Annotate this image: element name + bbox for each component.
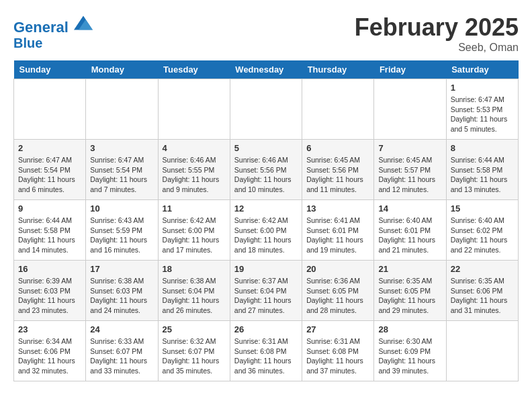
logo-blue: Blue <box>13 36 93 50</box>
cell-info: Sunrise: 6:42 AM Sunset: 6:00 PM Dayligh… <box>163 216 226 255</box>
cell-info: Sunrise: 6:40 AM Sunset: 6:01 PM Dayligh… <box>378 216 441 255</box>
location: Seeb, Oman <box>355 42 519 54</box>
cell-info: Sunrise: 6:45 AM Sunset: 5:57 PM Dayligh… <box>378 155 441 195</box>
calendar-week-0: 1Sunrise: 6:47 AM Sunset: 5:53 PM Daylig… <box>14 79 519 140</box>
cell-info: Sunrise: 6:46 AM Sunset: 5:55 PM Dayligh… <box>163 155 226 195</box>
calendar-cell: 3Sunrise: 6:47 AM Sunset: 5:54 PM Daylig… <box>86 140 158 200</box>
day-number: 4 <box>163 143 226 153</box>
calendar-cell: 1Sunrise: 6:47 AM Sunset: 5:53 PM Daylig… <box>446 79 518 140</box>
calendar-cell: 27Sunrise: 6:31 AM Sunset: 6:08 PM Dayli… <box>302 321 374 381</box>
logo-text: General <box>13 13 93 36</box>
logo: General Blue <box>13 13 93 50</box>
page-header: General Blue February 2025 Seeb, Oman <box>13 13 519 54</box>
day-number: 25 <box>163 324 226 334</box>
calendar-table: SundayMondayTuesdayWednesdayThursdayFrid… <box>13 60 519 381</box>
day-number: 23 <box>18 324 81 334</box>
day-number: 21 <box>378 264 441 274</box>
header-thursday: Thursday <box>302 60 374 79</box>
calendar-cell: 22Sunrise: 6:35 AM Sunset: 6:06 PM Dayli… <box>446 261 518 321</box>
calendar-cell <box>446 321 518 381</box>
calendar-cell: 21Sunrise: 6:35 AM Sunset: 6:05 PM Dayli… <box>374 261 446 321</box>
calendar-cell: 16Sunrise: 6:39 AM Sunset: 6:03 PM Dayli… <box>14 261 86 321</box>
logo-general: General <box>13 19 69 36</box>
calendar-cell: 25Sunrise: 6:32 AM Sunset: 6:07 PM Dayli… <box>158 321 230 381</box>
calendar-header-row: SundayMondayTuesdayWednesdayThursdayFrid… <box>14 60 519 79</box>
calendar-cell: 13Sunrise: 6:41 AM Sunset: 6:01 PM Dayli… <box>302 200 374 261</box>
cell-info: Sunrise: 6:46 AM Sunset: 5:56 PM Dayligh… <box>234 155 298 195</box>
calendar-week-3: 16Sunrise: 6:39 AM Sunset: 6:03 PM Dayli… <box>14 261 519 321</box>
cell-info: Sunrise: 6:35 AM Sunset: 6:06 PM Dayligh… <box>451 276 514 316</box>
calendar-cell: 26Sunrise: 6:31 AM Sunset: 6:08 PM Dayli… <box>230 321 302 381</box>
calendar-cell: 20Sunrise: 6:36 AM Sunset: 6:05 PM Dayli… <box>302 261 374 321</box>
calendar-cell <box>158 79 230 140</box>
day-number: 18 <box>163 264 226 274</box>
day-number: 5 <box>234 143 298 153</box>
cell-info: Sunrise: 6:45 AM Sunset: 5:56 PM Dayligh… <box>306 155 369 195</box>
calendar-cell: 2Sunrise: 6:47 AM Sunset: 5:54 PM Daylig… <box>14 140 86 200</box>
cell-info: Sunrise: 6:35 AM Sunset: 6:05 PM Dayligh… <box>378 276 441 316</box>
day-number: 19 <box>234 264 298 274</box>
day-number: 12 <box>234 203 298 214</box>
cell-info: Sunrise: 6:36 AM Sunset: 6:05 PM Dayligh… <box>306 276 369 316</box>
day-number: 20 <box>306 264 369 274</box>
cell-info: Sunrise: 6:30 AM Sunset: 6:09 PM Dayligh… <box>378 336 441 376</box>
cell-info: Sunrise: 6:39 AM Sunset: 6:03 PM Dayligh… <box>18 276 81 316</box>
day-number: 27 <box>306 324 369 334</box>
calendar-cell: 4Sunrise: 6:46 AM Sunset: 5:55 PM Daylig… <box>158 140 230 200</box>
cell-info: Sunrise: 6:44 AM Sunset: 5:58 PM Dayligh… <box>18 216 81 255</box>
calendar-cell: 5Sunrise: 6:46 AM Sunset: 5:56 PM Daylig… <box>230 140 302 200</box>
day-number: 24 <box>90 324 153 334</box>
cell-info: Sunrise: 6:43 AM Sunset: 5:59 PM Dayligh… <box>90 216 153 255</box>
calendar-cell: 24Sunrise: 6:33 AM Sunset: 6:07 PM Dayli… <box>86 321 158 381</box>
header-wednesday: Wednesday <box>230 60 302 79</box>
cell-info: Sunrise: 6:41 AM Sunset: 6:01 PM Dayligh… <box>306 216 369 255</box>
calendar-cell: 6Sunrise: 6:45 AM Sunset: 5:56 PM Daylig… <box>302 140 374 200</box>
calendar-cell <box>230 79 302 140</box>
cell-info: Sunrise: 6:40 AM Sunset: 6:02 PM Dayligh… <box>451 216 514 255</box>
calendar-week-4: 23Sunrise: 6:34 AM Sunset: 6:06 PM Dayli… <box>14 321 519 381</box>
day-number: 16 <box>18 264 81 274</box>
calendar-cell: 11Sunrise: 6:42 AM Sunset: 6:00 PM Dayli… <box>158 200 230 261</box>
day-number: 14 <box>378 203 441 214</box>
calendar-cell: 19Sunrise: 6:37 AM Sunset: 6:04 PM Dayli… <box>230 261 302 321</box>
day-number: 15 <box>451 203 514 214</box>
calendar-cell: 14Sunrise: 6:40 AM Sunset: 6:01 PM Dayli… <box>374 200 446 261</box>
cell-info: Sunrise: 6:33 AM Sunset: 6:07 PM Dayligh… <box>90 336 153 376</box>
calendar-cell: 18Sunrise: 6:38 AM Sunset: 6:04 PM Dayli… <box>158 261 230 321</box>
header-monday: Monday <box>86 60 158 79</box>
day-number: 26 <box>234 324 298 334</box>
day-number: 13 <box>306 203 369 214</box>
day-number: 22 <box>451 264 514 274</box>
header-saturday: Saturday <box>446 60 518 79</box>
cell-info: Sunrise: 6:31 AM Sunset: 6:08 PM Dayligh… <box>234 336 298 376</box>
calendar-cell: 10Sunrise: 6:43 AM Sunset: 5:59 PM Dayli… <box>86 200 158 261</box>
calendar-cell <box>14 79 86 140</box>
month-title: February 2025 <box>355 13 519 42</box>
logo-icon <box>74 13 93 32</box>
header-sunday: Sunday <box>14 60 86 79</box>
calendar-cell <box>374 79 446 140</box>
calendar-cell <box>86 79 158 140</box>
day-number: 8 <box>451 143 514 153</box>
title-block: February 2025 Seeb, Oman <box>355 13 519 54</box>
day-number: 7 <box>378 143 441 153</box>
day-number: 3 <box>90 143 153 153</box>
cell-info: Sunrise: 6:34 AM Sunset: 6:06 PM Dayligh… <box>18 336 81 376</box>
header-friday: Friday <box>374 60 446 79</box>
cell-info: Sunrise: 6:31 AM Sunset: 6:08 PM Dayligh… <box>306 336 369 376</box>
day-number: 17 <box>90 264 153 274</box>
day-number: 10 <box>90 203 153 214</box>
cell-info: Sunrise: 6:47 AM Sunset: 5:54 PM Dayligh… <box>18 155 81 195</box>
cell-info: Sunrise: 6:47 AM Sunset: 5:54 PM Dayligh… <box>90 155 153 195</box>
cell-info: Sunrise: 6:38 AM Sunset: 6:04 PM Dayligh… <box>163 276 226 316</box>
day-number: 9 <box>18 203 81 214</box>
calendar-cell: 8Sunrise: 6:44 AM Sunset: 5:58 PM Daylig… <box>446 140 518 200</box>
cell-info: Sunrise: 6:42 AM Sunset: 6:00 PM Dayligh… <box>234 216 298 255</box>
calendar-cell: 7Sunrise: 6:45 AM Sunset: 5:57 PM Daylig… <box>374 140 446 200</box>
header-tuesday: Tuesday <box>158 60 230 79</box>
day-number: 2 <box>18 143 81 153</box>
cell-info: Sunrise: 6:47 AM Sunset: 5:53 PM Dayligh… <box>451 95 514 134</box>
calendar-week-1: 2Sunrise: 6:47 AM Sunset: 5:54 PM Daylig… <box>14 140 519 200</box>
cell-info: Sunrise: 6:38 AM Sunset: 6:03 PM Dayligh… <box>90 276 153 316</box>
calendar-cell: 15Sunrise: 6:40 AM Sunset: 6:02 PM Dayli… <box>446 200 518 261</box>
